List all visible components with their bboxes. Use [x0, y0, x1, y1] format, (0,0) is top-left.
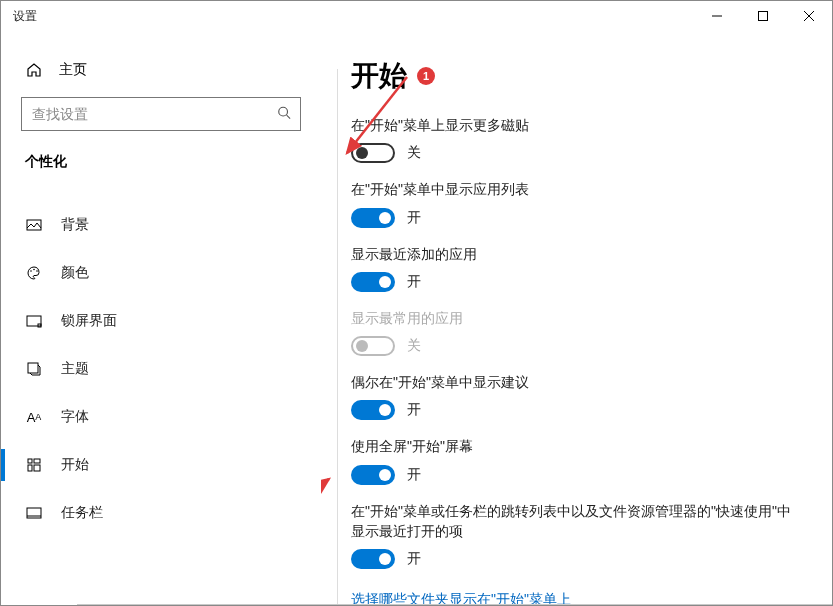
sidebar-section-title: 个性化 [25, 153, 301, 171]
toggle-state-label: 开 [407, 466, 421, 484]
font-icon: AA [25, 410, 43, 425]
sidebar-item-label: 主题 [61, 360, 89, 378]
toggle-most-used [351, 336, 395, 356]
window-body: 主页 个性化 背景 [1, 31, 832, 605]
sidebar-item-label: 字体 [61, 408, 89, 426]
settings-window: 设置 主页 [0, 0, 833, 606]
sidebar-item-lockscreen[interactable]: 锁屏界面 [21, 297, 301, 345]
home-icon [25, 62, 43, 78]
search-input[interactable] [21, 97, 301, 131]
page-title-row: 开始 1 [351, 57, 802, 95]
setting-suggestions: 偶尔在"开始"菜单中显示建议 开 [351, 372, 802, 420]
sidebar-item-background[interactable]: 背景 [21, 201, 301, 249]
setting-jumplist-recent: 在"开始"菜单或任务栏的跳转列表中以及文件资源管理器的"快速使用"中显示最近打开… [351, 501, 802, 570]
setting-app-list: 在"开始"菜单中显示应用列表 开 [351, 179, 802, 227]
toggle-state-label: 开 [407, 209, 421, 227]
toggle-fullscreen-start[interactable] [351, 465, 395, 485]
sidebar-item-colors[interactable]: 颜色 [21, 249, 301, 297]
themes-icon [25, 361, 43, 377]
bottom-shadow [77, 599, 832, 605]
sidebar-item-label: 颜色 [61, 264, 89, 282]
home-button[interactable]: 主页 [21, 31, 301, 97]
toggle-state-label: 开 [407, 401, 421, 419]
setting-label: 在"开始"菜单中显示应用列表 [351, 179, 802, 199]
sidebar-item-label: 开始 [61, 456, 89, 474]
search-wrap [21, 97, 301, 131]
sidebar-item-start[interactable]: 开始 [21, 441, 301, 489]
sidebar-item-label: 背景 [61, 216, 89, 234]
sidebar-nav: 背景 颜色 锁屏界面 [21, 201, 301, 537]
sidebar-item-label: 锁屏界面 [61, 312, 117, 330]
svg-rect-13 [28, 459, 32, 463]
page-title: 开始 [351, 57, 407, 95]
sidebar-item-taskbar[interactable]: 任务栏 [21, 489, 301, 537]
sidebar: 主页 个性化 背景 [1, 31, 321, 605]
minimize-button[interactable] [694, 1, 740, 31]
start-icon [25, 457, 43, 473]
maximize-button[interactable] [740, 1, 786, 31]
toggle-jumplist-recent[interactable] [351, 549, 395, 569]
toggle-recently-added[interactable] [351, 272, 395, 292]
setting-recently-added: 显示最近添加的应用 开 [351, 244, 802, 292]
setting-label: 显示最常用的应用 [351, 308, 802, 328]
svg-rect-16 [34, 465, 40, 471]
toggle-more-tiles[interactable] [351, 143, 395, 163]
svg-point-9 [36, 270, 38, 272]
titlebar: 设置 [1, 1, 832, 31]
toggle-suggestions[interactable] [351, 400, 395, 420]
sidebar-item-fonts[interactable]: AA 字体 [21, 393, 301, 441]
setting-label: 在"开始"菜单上显示更多磁贴 [351, 115, 802, 135]
setting-fullscreen-start: 使用全屏"开始"屏幕 开 [351, 436, 802, 484]
svg-rect-1 [759, 12, 768, 21]
sidebar-item-themes[interactable]: 主题 [21, 345, 301, 393]
home-label: 主页 [59, 61, 87, 79]
annotation-badge-1: 1 [417, 67, 435, 85]
setting-label: 偶尔在"开始"菜单中显示建议 [351, 372, 802, 392]
toggle-state-label: 关 [407, 144, 421, 162]
setting-most-used: 显示最常用的应用 关 [351, 308, 802, 356]
setting-more-tiles: 在"开始"菜单上显示更多磁贴 关 [351, 115, 802, 163]
setting-label: 使用全屏"开始"屏幕 [351, 436, 802, 456]
taskbar-icon [25, 505, 43, 521]
setting-label: 显示最近添加的应用 [351, 244, 802, 264]
palette-icon [25, 265, 43, 281]
setting-label: 在"开始"菜单或任务栏的跳转列表中以及文件资源管理器的"快速使用"中显示最近打开… [351, 501, 802, 542]
svg-rect-12 [28, 363, 38, 373]
annotation-arrow-2 [321, 471, 341, 551]
svg-point-7 [30, 270, 32, 272]
picture-icon [25, 217, 43, 233]
svg-point-8 [33, 269, 35, 271]
sidebar-item-label: 任务栏 [61, 504, 103, 522]
toggle-state-label: 关 [407, 337, 421, 355]
toggle-state-label: 开 [407, 273, 421, 291]
close-button[interactable] [786, 1, 832, 31]
window-controls [694, 1, 832, 31]
svg-rect-14 [34, 459, 40, 463]
svg-rect-15 [28, 465, 32, 471]
lockscreen-icon [25, 313, 43, 329]
window-title: 设置 [13, 8, 37, 25]
toggle-state-label: 开 [407, 550, 421, 568]
main-content: 开始 1 在"开始"菜单上显示更多磁贴 关 在"开始"菜单中显示应用列表 开 显… [321, 31, 832, 605]
toggle-app-list[interactable] [351, 208, 395, 228]
